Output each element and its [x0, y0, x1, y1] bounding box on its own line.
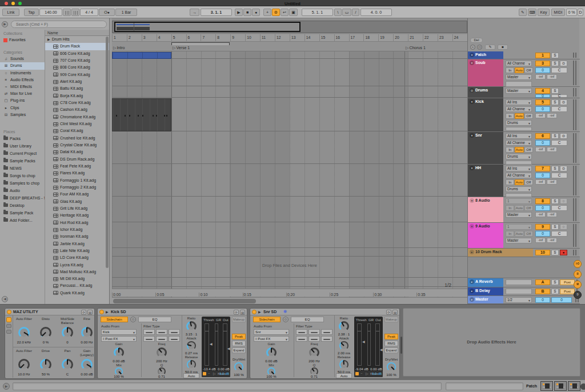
loop-start-field[interactable]: 5. 1. 1 [302, 9, 333, 16]
rms-mode-button[interactable]: RMS [232, 341, 246, 346]
target-icon[interactable]: ◎ [477, 45, 482, 50]
mixer-section-toggle[interactable]: M [574, 281, 582, 289]
macro-value[interactable]: 10.0 Hz [14, 372, 34, 376]
input-channel-select[interactable]: All Channe▼ [506, 106, 532, 112]
ratio-knob[interactable] [186, 321, 197, 331]
sidebar-category-item[interactable]: ♫ Sounds [0, 55, 45, 62]
filter-type-notch-button[interactable] [156, 336, 167, 342]
knee-value[interactable]: 6.0 dB [372, 372, 382, 375]
filter-type-highcut-button[interactable] [321, 329, 332, 335]
kit-list-item[interactable]: Flares Kit.adg [45, 170, 109, 177]
kit-list-item[interactable]: Late Nite Kit.adg [45, 247, 109, 254]
sidebar-place-item[interactable]: Audio [0, 187, 45, 194]
track-header-master[interactable]: ▸Master [468, 296, 503, 303]
pan-knob[interactable]: 0 [535, 106, 550, 112]
volume-field[interactable]: -inf [535, 179, 546, 185]
freq-value[interactable]: 200 Hz [296, 359, 332, 363]
track-header-kick[interactable]: ▾Kick [468, 98, 503, 131]
sidebar-place-item[interactable]: Current Project [0, 150, 45, 157]
cue-button[interactable]: ⊙ [560, 99, 567, 105]
list-folder-row[interactable]: ▶ Drum Hits [45, 36, 109, 43]
nudge-down-button[interactable] [63, 9, 71, 16]
drywet-knob[interactable] [387, 362, 396, 371]
return-routing-field[interactable] [506, 279, 532, 285]
kit-list-item[interactable]: Datai Kit.adg [45, 149, 109, 155]
sidebar-place-item[interactable]: Songs to chop [0, 172, 45, 179]
device-on-icon[interactable] [252, 310, 257, 314]
pre-post-toggle[interactable]: Post [560, 289, 575, 294]
save-preset-icon[interactable]: ▤ [87, 310, 93, 315]
pan-knob[interactable]: 0 [535, 205, 550, 211]
freq-value[interactable]: 200 Hz [143, 359, 180, 363]
thresh-meter[interactable] [205, 323, 209, 366]
monitor-switch[interactable]: InAutoOff [506, 147, 533, 153]
out-handle-icon[interactable]: ◀ [227, 346, 230, 350]
lane-hh[interactable] [112, 165, 467, 197]
record-button[interactable]: ● [252, 9, 260, 16]
sidebar-category-item[interactable]: ⊟ Samples [0, 111, 45, 118]
horizontal-scrollbar[interactable] [112, 297, 467, 304]
solo-button[interactable]: S [551, 224, 559, 230]
macro-value[interactable]: C [57, 372, 78, 376]
solo-button[interactable]: S [551, 88, 559, 94]
thresh-handle-icon[interactable]: ◀ [210, 342, 213, 346]
thresh-meter[interactable] [357, 323, 362, 366]
pan-center-label[interactable]: C [551, 67, 567, 73]
kit-list-item[interactable]: Clint West Kit.adg [45, 121, 109, 127]
solo-button[interactable]: S [551, 99, 559, 105]
solo-button[interactable]: S [551, 289, 559, 294]
automation-arm-button[interactable]: ⚙ [272, 9, 280, 16]
play-button[interactable]: ▶ [235, 9, 243, 16]
draw-mode-button[interactable]: ✎ [519, 9, 527, 16]
lane-drums[interactable] [112, 87, 467, 98]
tap-point-select[interactable]: ‖ Post FX▼ [254, 336, 289, 342]
list-scrollbar[interactable] [106, 37, 109, 268]
compressor-display[interactable]: Thresh GR Out ◀ ◀ -9.04 dB 0.00 dB ⌣ ▷ K… [354, 317, 383, 377]
device-thumbnail[interactable] [554, 381, 567, 391]
reenable-automation-button[interactable]: ↩ [281, 9, 289, 16]
kit-list-item[interactable]: Ichor Kit.adg [45, 226, 109, 233]
kit-list-item[interactable]: Crystal Clear Kit.adg [45, 142, 109, 149]
cue-out-select[interactable]: 1/2▼ [506, 297, 532, 303]
input-channel-select[interactable]: All Channe▼ [506, 173, 532, 178]
kit-list-item[interactable]: Lycra Kit.adg [45, 262, 109, 269]
pan-center-label[interactable]: C [551, 140, 567, 146]
volume-field[interactable]: -inf [535, 212, 546, 217]
solo-button[interactable]: S [551, 279, 559, 285]
browser-collapse-icon[interactable]: ◀ [2, 296, 8, 302]
search-input[interactable]: Search (Cmd + F) [11, 21, 107, 28]
kit-list-item[interactable]: Borja Kit.adg [45, 93, 109, 99]
sidechain-listen-icon[interactable]: ⊙ [130, 317, 136, 322]
kit-list-item[interactable]: Glas Kit.adg [45, 198, 109, 205]
track-header-8audio[interactable]: ▾8 Audio [468, 197, 503, 222]
activity-icon[interactable] [203, 372, 206, 375]
track-activator[interactable]: 4 [535, 88, 550, 94]
volume-field[interactable]: -inf [535, 238, 546, 243]
gain-knob[interactable] [266, 347, 277, 358]
sidechain-listen-icon[interactable]: ⊙ [283, 317, 289, 322]
fold-icon[interactable]: ▸ [470, 297, 474, 302]
track-header-10drumrack[interactable]: ▸10 Drum Rack [468, 249, 533, 257]
gain-field[interactable]: -inf [547, 74, 557, 79]
solo-button[interactable]: S [551, 166, 559, 171]
cue-button[interactable]: ⊙ [560, 61, 567, 66]
peak-mode-button[interactable]: Peak [384, 334, 398, 339]
sidebar-item-favorites[interactable]: Favorites [0, 37, 45, 43]
mix-value[interactable]: 100 % [254, 374, 289, 378]
kit-list-item[interactable]: Hot Rod Kit.adg [45, 219, 109, 226]
kit-list-item[interactable]: 808 Core Kit.adg [45, 64, 109, 71]
kit-list-item[interactable]: Coral Kit.adg [45, 127, 109, 134]
scrollbar-thumb[interactable] [113, 299, 256, 303]
track-lanes[interactable]: Drop Files and Devices Here [112, 51, 467, 297]
pan-knob[interactable]: 0 [535, 94, 550, 98]
tap-tempo-button[interactable]: Tap [24, 9, 39, 16]
pan-knob[interactable]: 0 [535, 173, 550, 178]
volume-field[interactable]: -inf [535, 147, 546, 152]
volume-field[interactable]: -inf [535, 74, 546, 79]
nudge-up-button[interactable] [71, 9, 79, 16]
save-preset-icon[interactable]: ▤ [240, 310, 245, 315]
loop-length-field[interactable]: 4. 0. 0 [360, 9, 392, 16]
q-value[interactable]: 0.71 [143, 374, 180, 378]
pan-center-label[interactable]: C [551, 106, 567, 112]
expand-mode-button[interactable]: Expand [232, 347, 246, 353]
